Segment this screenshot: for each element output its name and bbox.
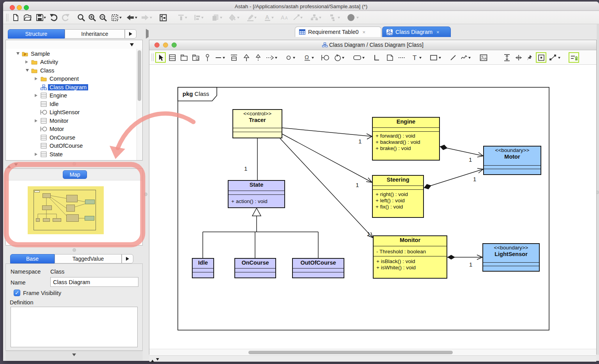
distribute-vertical-icon[interactable]	[502, 53, 512, 62]
tab-inheritance[interactable]: Inheritance	[65, 29, 125, 39]
note-tool-icon[interactable]	[385, 53, 395, 62]
tree-item-oncourse[interactable]: OnCourse	[6, 133, 77, 142]
tree-scrollbar-thumb[interactable]	[138, 50, 141, 101]
class-tool-icon[interactable]	[167, 53, 177, 62]
auto-layout-icon[interactable]	[569, 53, 579, 62]
tab-overflow-button[interactable]	[125, 29, 136, 39]
class-motor[interactable]: <<boundary>> Motor	[483, 146, 541, 175]
class-monitor[interactable]: Monitor - Threshold : boolean + isBlack(…	[373, 235, 447, 279]
pushpin-icon[interactable]	[525, 53, 534, 62]
zoom-tool-icon[interactable]	[76, 13, 86, 22]
tree-menu-dropdown-icon[interactable]	[130, 43, 134, 48]
tab-base[interactable]: Base	[10, 254, 55, 263]
class-steering[interactable]: Steering + right() : void + left() : voi…	[372, 175, 424, 218]
map-thumbnail-viewport[interactable]	[28, 186, 104, 234]
select-cursor-icon[interactable]	[156, 53, 165, 62]
new-file-icon[interactable]	[11, 13, 20, 22]
scroll-up-icon[interactable]	[151, 357, 154, 364]
horizontal-scrollbar-thumb[interactable]	[248, 351, 453, 354]
dependency-tool-icon[interactable]	[265, 53, 275, 62]
map-tab-button[interactable]: Map	[63, 170, 87, 179]
splitter-handle[interactable]	[73, 248, 76, 252]
diagram-canvas[interactable]: pkg Class <<control>> Tracer Engine + fo…	[149, 65, 596, 349]
class-outofcourse[interactable]: OutOfCourse	[292, 258, 344, 278]
expander-closed-icon[interactable]	[25, 60, 30, 64]
rectangle-tool-icon[interactable]	[429, 53, 438, 62]
tree-item-sample[interactable]: P Sample	[6, 49, 51, 58]
class-engine[interactable]: Engine + forward() : void + backward() :…	[372, 117, 440, 161]
navigate-back-icon[interactable]	[126, 13, 135, 22]
open-file-icon[interactable]	[23, 13, 32, 22]
property-tab-overflow-button[interactable]	[122, 254, 133, 263]
subsystem-tool-icon[interactable]	[191, 53, 200, 62]
splitter-handle[interactable]	[73, 162, 76, 166]
expander-open-icon[interactable]	[25, 67, 30, 73]
text-dropdown[interactable]	[419, 57, 422, 60]
image-tool-icon[interactable]	[478, 53, 488, 62]
control-dropdown[interactable]	[342, 57, 344, 60]
dot-frame-icon[interactable]	[536, 53, 546, 62]
class-tracer[interactable]: <<control>> Tracer	[232, 109, 282, 138]
tree-item-outofcourse[interactable]: OutOfCourse	[6, 142, 84, 150]
boundary-tool-icon[interactable]	[320, 53, 330, 62]
instance-dropdown[interactable]	[293, 57, 295, 60]
control-tool-icon[interactable]	[333, 53, 342, 62]
panel-divider-handle[interactable]	[144, 193, 147, 196]
fit-view-dropdown[interactable]	[119, 17, 122, 20]
class-lightsensor[interactable]: <<boundary>> LightSensor	[482, 243, 540, 272]
class-state[interactable]: State + action() : void	[228, 180, 285, 208]
tree-item-class[interactable]: Class	[6, 66, 56, 75]
tree-item-activity[interactable]: Activity	[6, 58, 60, 67]
association-tool-icon[interactable]	[213, 53, 223, 62]
association-dropdown[interactable]	[223, 57, 225, 60]
horizontal-scrollbar[interactable]	[149, 349, 596, 355]
expander-closed-icon[interactable]	[34, 94, 39, 97]
tree-item-engine[interactable]: Engine	[6, 92, 69, 100]
panel-divider-arrow[interactable]	[144, 30, 149, 37]
class-oncourse[interactable]: OnCourse	[234, 258, 276, 278]
tree-scrollbar[interactable]	[136, 49, 142, 160]
text-tool-icon[interactable]: T	[410, 53, 420, 62]
dashed-line-tool-icon[interactable]	[397, 53, 406, 62]
close-tab-icon[interactable]: ×	[363, 29, 366, 35]
collapse-panel-icon[interactable]	[72, 353, 76, 358]
scroll-down-icon[interactable]	[156, 357, 159, 364]
undo-icon[interactable]	[49, 13, 58, 22]
expander-open-icon[interactable]	[15, 51, 21, 57]
zoom-out-icon[interactable]	[98, 13, 108, 22]
tree-item-class-diagram[interactable]: Class Diagram	[6, 83, 88, 92]
rectangle-dropdown[interactable]	[439, 57, 441, 60]
fit-view-icon[interactable]	[110, 13, 119, 22]
realization-tool-icon[interactable]	[253, 53, 263, 62]
qualifier-tool-icon[interactable]	[372, 53, 381, 62]
generalization-tool-icon[interactable]	[241, 53, 251, 62]
tree-item-idle[interactable]: Idle	[6, 100, 60, 108]
expander-closed-icon[interactable]	[34, 153, 39, 156]
save-dropdown[interactable]	[44, 17, 46, 20]
connector-dropdown[interactable]	[558, 57, 560, 60]
pin-tool-icon[interactable]	[202, 53, 212, 62]
zoom-in-icon[interactable]	[87, 13, 97, 22]
navigate-back-dropdown[interactable]	[135, 17, 137, 20]
tree-item-monitor[interactable]: Monitor	[6, 117, 70, 125]
freehand-curve-tool-icon[interactable]	[459, 53, 469, 62]
usecase-dropdown[interactable]	[312, 57, 314, 60]
class-idle[interactable]: Idle	[192, 258, 214, 278]
usecase-oval-tool-icon[interactable]: Ω	[302, 53, 312, 62]
tab-class-diagram[interactable]: Class Diagram ×	[382, 27, 451, 37]
save-icon[interactable]	[35, 13, 44, 22]
entity-dropdown[interactable]	[362, 57, 365, 60]
distribute-horizontal-icon[interactable]	[514, 53, 523, 62]
tab-requirement-table[interactable]: Requirement Table0 ×	[295, 27, 381, 37]
name-field[interactable]	[50, 277, 138, 287]
association-class-tool-icon[interactable]	[229, 53, 239, 62]
expander-closed-icon[interactable]	[34, 77, 39, 80]
expander-closed-icon[interactable]	[34, 119, 39, 122]
dependency-dropdown[interactable]	[275, 57, 277, 60]
definition-field[interactable]	[11, 307, 138, 347]
polyline-connector-icon[interactable]	[548, 53, 558, 62]
line-tool-icon[interactable]	[448, 53, 458, 62]
tab-taggedvalue[interactable]: TaggedValue	[55, 254, 122, 263]
curve-dropdown[interactable]	[468, 57, 471, 60]
tree-item-lightsensor[interactable]: LightSensor	[6, 108, 81, 117]
